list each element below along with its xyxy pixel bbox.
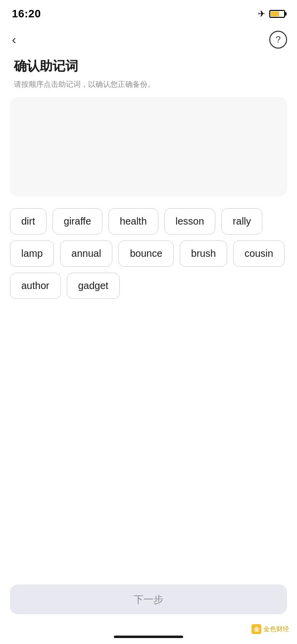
word-chip-rally[interactable]: rally	[221, 208, 262, 234]
word-chip-dirt[interactable]: dirt	[10, 208, 47, 234]
page-title: 确认助记词	[14, 58, 283, 75]
airplane-icon: ✈	[258, 8, 265, 19]
word-chip-cousin[interactable]: cousin	[233, 240, 285, 267]
word-chip-annual[interactable]: annual	[60, 240, 112, 267]
word-chip-health[interactable]: health	[108, 208, 158, 234]
status-time: 16:20	[12, 7, 41, 20]
watermark-text: 金色财经	[263, 625, 289, 634]
watermark-icon: 金	[251, 624, 261, 634]
back-button[interactable]: ‹	[10, 31, 18, 48]
word-chip-lamp[interactable]: lamp	[10, 240, 54, 267]
word-chip-brush[interactable]: brush	[180, 240, 227, 267]
word-chip-author[interactable]: author	[10, 273, 61, 299]
battery-icon	[269, 10, 285, 18]
nav-bar: ‹ ?	[0, 26, 297, 54]
header: 确认助记词 请按顺序点击助记词，以确认您正确备份。	[0, 54, 297, 97]
answer-area	[10, 97, 287, 196]
word-chip-lesson[interactable]: lesson	[164, 208, 216, 234]
status-icons: ✈	[258, 8, 285, 19]
status-bar: 16:20 ✈	[0, 0, 297, 26]
watermark: 金 金色财经	[251, 624, 289, 634]
word-chip-gadget[interactable]: gadget	[67, 273, 120, 299]
word-chip-giraffe[interactable]: giraffe	[52, 208, 102, 234]
word-chip-bounce[interactable]: bounce	[118, 240, 174, 267]
battery-fill	[271, 11, 279, 16]
help-button[interactable]: ?	[269, 31, 287, 49]
next-button[interactable]: 下一步	[10, 585, 287, 614]
home-indicator	[114, 636, 183, 638]
page-subtitle: 请按顺序点击助记词，以确认您正确备份。	[14, 79, 283, 89]
words-section: dirtgiraffehealthlessonrallylampannualbo…	[0, 208, 297, 299]
